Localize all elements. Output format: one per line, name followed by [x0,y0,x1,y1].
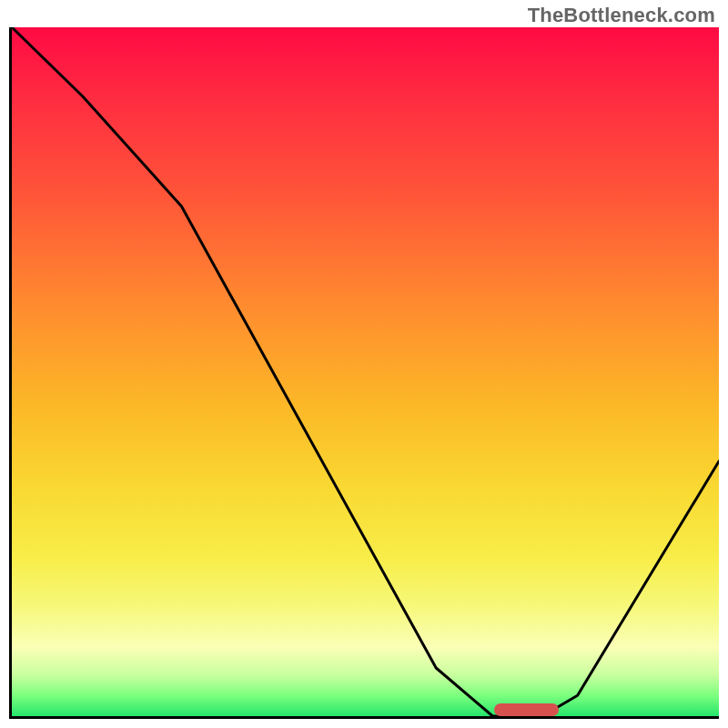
bottleneck-curve [12,27,719,716]
chart-frame: TheBottleneck.com [0,0,728,728]
watermark-text: TheBottleneck.com [528,4,715,27]
plot-area [9,27,719,719]
optimal-marker [494,703,558,716]
